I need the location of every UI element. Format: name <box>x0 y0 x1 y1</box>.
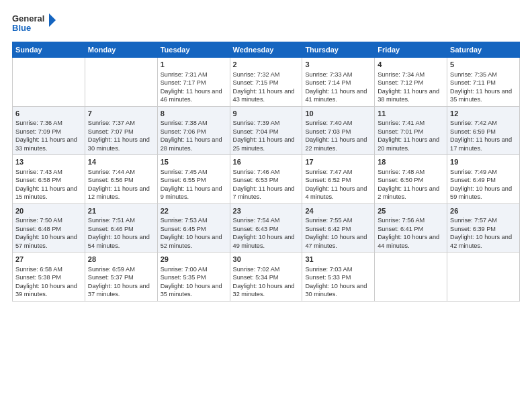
weekday-header-row: SundayMondayTuesdayWednesdayThursdayFrid… <box>13 42 520 58</box>
week-row-3: 13Sunrise: 7:43 AM Sunset: 6:58 PM Dayli… <box>13 155 520 204</box>
day-number: 13 <box>15 157 82 167</box>
calendar-cell: 2Sunrise: 7:32 AM Sunset: 7:15 PM Daylig… <box>230 58 302 107</box>
day-info: Sunrise: 7:32 AM Sunset: 7:15 PM Dayligh… <box>233 71 300 104</box>
day-number: 22 <box>161 206 227 216</box>
day-number: 10 <box>305 109 371 119</box>
day-info: Sunrise: 7:42 AM Sunset: 6:59 PM Dayligh… <box>450 119 517 152</box>
week-row-5: 27Sunrise: 6:58 AM Sunset: 5:38 PM Dayli… <box>13 253 520 302</box>
logo: GeneralBlue <box>12 12 59 35</box>
calendar-cell: 7Sunrise: 7:37 AM Sunset: 7:07 PM Daylig… <box>85 106 157 155</box>
weekday-header-wednesday: Wednesday <box>230 42 302 58</box>
day-number: 28 <box>88 255 154 265</box>
day-info: Sunrise: 7:02 AM Sunset: 5:34 PM Dayligh… <box>233 265 300 299</box>
weekday-header-tuesday: Tuesday <box>157 42 230 58</box>
calendar-cell: 15Sunrise: 7:45 AM Sunset: 6:55 PM Dayli… <box>157 155 230 204</box>
header: GeneralBlue <box>12 12 520 35</box>
calendar-cell: 25Sunrise: 7:56 AM Sunset: 6:41 PM Dayli… <box>375 203 447 253</box>
day-number: 16 <box>233 157 300 167</box>
day-number: 12 <box>450 109 517 119</box>
day-info: Sunrise: 7:53 AM Sunset: 6:45 PM Dayligh… <box>161 216 227 250</box>
calendar-cell: 23Sunrise: 7:54 AM Sunset: 6:43 PM Dayli… <box>230 203 302 253</box>
calendar-cell: 28Sunrise: 6:59 AM Sunset: 5:37 PM Dayli… <box>85 253 157 302</box>
weekday-header-saturday: Saturday <box>447 42 520 58</box>
calendar-cell: 13Sunrise: 7:43 AM Sunset: 6:58 PM Dayli… <box>13 155 85 204</box>
day-number: 20 <box>15 206 82 216</box>
week-row-1: 1Sunrise: 7:31 AM Sunset: 7:17 PM Daylig… <box>13 58 520 107</box>
day-info: Sunrise: 7:35 AM Sunset: 7:11 PM Dayligh… <box>450 71 517 104</box>
day-number: 19 <box>450 157 517 167</box>
day-info: Sunrise: 7:03 AM Sunset: 5:33 PM Dayligh… <box>305 265 371 299</box>
day-info: Sunrise: 7:54 AM Sunset: 6:43 PM Dayligh… <box>233 216 300 250</box>
calendar-cell <box>447 253 520 302</box>
day-number: 6 <box>15 109 82 119</box>
day-number: 24 <box>305 206 371 216</box>
page: GeneralBlue SundayMondayTuesdayWednesday… <box>0 0 532 308</box>
svg-marker-2 <box>49 13 56 27</box>
calendar-cell: 21Sunrise: 7:51 AM Sunset: 6:46 PM Dayli… <box>85 203 157 253</box>
day-info: Sunrise: 7:55 AM Sunset: 6:42 PM Dayligh… <box>305 216 371 250</box>
calendar-cell: 19Sunrise: 7:49 AM Sunset: 6:49 PM Dayli… <box>447 155 520 204</box>
day-info: Sunrise: 7:36 AM Sunset: 7:09 PM Dayligh… <box>15 119 82 152</box>
calendar-cell: 6Sunrise: 7:36 AM Sunset: 7:09 PM Daylig… <box>13 106 85 155</box>
calendar-cell: 4Sunrise: 7:34 AM Sunset: 7:12 PM Daylig… <box>375 58 447 107</box>
day-info: Sunrise: 7:48 AM Sunset: 6:50 PM Dayligh… <box>378 168 444 201</box>
day-info: Sunrise: 7:44 AM Sunset: 6:56 PM Dayligh… <box>88 168 154 201</box>
day-number: 11 <box>378 109 444 119</box>
day-info: Sunrise: 7:49 AM Sunset: 6:49 PM Dayligh… <box>450 168 517 201</box>
day-number: 9 <box>233 109 300 119</box>
calendar: SundayMondayTuesdayWednesdayThursdayFrid… <box>12 42 520 302</box>
day-info: Sunrise: 7:50 AM Sunset: 6:48 PM Dayligh… <box>15 216 82 250</box>
calendar-cell: 24Sunrise: 7:55 AM Sunset: 6:42 PM Dayli… <box>302 203 375 253</box>
calendar-cell: 10Sunrise: 7:40 AM Sunset: 7:03 PM Dayli… <box>302 106 375 155</box>
svg-text:Blue: Blue <box>12 23 31 33</box>
day-number: 27 <box>15 255 82 265</box>
day-info: Sunrise: 7:45 AM Sunset: 6:55 PM Dayligh… <box>161 168 227 201</box>
calendar-cell: 16Sunrise: 7:46 AM Sunset: 6:53 PM Dayli… <box>230 155 302 204</box>
day-info: Sunrise: 7:38 AM Sunset: 7:06 PM Dayligh… <box>161 119 227 152</box>
calendar-cell: 18Sunrise: 7:48 AM Sunset: 6:50 PM Dayli… <box>375 155 447 204</box>
day-info: Sunrise: 7:33 AM Sunset: 7:14 PM Dayligh… <box>305 71 371 104</box>
week-row-2: 6Sunrise: 7:36 AM Sunset: 7:09 PM Daylig… <box>13 106 520 155</box>
weekday-header-sunday: Sunday <box>13 42 85 58</box>
weekday-header-friday: Friday <box>375 42 447 58</box>
day-number: 8 <box>161 109 227 119</box>
day-number: 26 <box>450 206 517 216</box>
weekday-header-thursday: Thursday <box>302 42 375 58</box>
day-info: Sunrise: 7:40 AM Sunset: 7:03 PM Dayligh… <box>305 119 371 152</box>
day-number: 23 <box>233 206 300 216</box>
day-number: 31 <box>305 255 371 265</box>
day-info: Sunrise: 7:56 AM Sunset: 6:41 PM Dayligh… <box>378 216 444 250</box>
calendar-cell <box>85 58 157 107</box>
day-info: Sunrise: 7:46 AM Sunset: 6:53 PM Dayligh… <box>233 168 300 201</box>
day-info: Sunrise: 7:00 AM Sunset: 5:35 PM Dayligh… <box>161 265 227 299</box>
calendar-cell: 22Sunrise: 7:53 AM Sunset: 6:45 PM Dayli… <box>157 203 230 253</box>
calendar-cell: 20Sunrise: 7:50 AM Sunset: 6:48 PM Dayli… <box>13 203 85 253</box>
day-number: 5 <box>450 60 517 70</box>
day-number: 2 <box>233 60 300 70</box>
calendar-cell <box>13 58 85 107</box>
day-info: Sunrise: 7:57 AM Sunset: 6:39 PM Dayligh… <box>450 216 517 250</box>
logo-icon: GeneralBlue <box>12 12 59 35</box>
calendar-cell: 26Sunrise: 7:57 AM Sunset: 6:39 PM Dayli… <box>447 203 520 253</box>
day-number: 7 <box>88 109 154 119</box>
calendar-cell: 1Sunrise: 7:31 AM Sunset: 7:17 PM Daylig… <box>157 58 230 107</box>
day-info: Sunrise: 6:59 AM Sunset: 5:37 PM Dayligh… <box>88 265 154 299</box>
calendar-cell: 17Sunrise: 7:47 AM Sunset: 6:52 PM Dayli… <box>302 155 375 204</box>
calendar-cell: 9Sunrise: 7:39 AM Sunset: 7:04 PM Daylig… <box>230 106 302 155</box>
day-number: 15 <box>161 157 227 167</box>
day-info: Sunrise: 7:37 AM Sunset: 7:07 PM Dayligh… <box>88 119 154 152</box>
svg-text:General: General <box>12 13 44 24</box>
calendar-cell: 3Sunrise: 7:33 AM Sunset: 7:14 PM Daylig… <box>302 58 375 107</box>
day-number: 17 <box>305 157 371 167</box>
calendar-cell: 27Sunrise: 6:58 AM Sunset: 5:38 PM Dayli… <box>13 253 85 302</box>
day-number: 3 <box>305 60 371 70</box>
day-number: 30 <box>233 255 300 265</box>
calendar-cell: 12Sunrise: 7:42 AM Sunset: 6:59 PM Dayli… <box>447 106 520 155</box>
calendar-cell <box>375 253 447 302</box>
day-info: Sunrise: 7:51 AM Sunset: 6:46 PM Dayligh… <box>88 216 154 250</box>
calendar-cell: 14Sunrise: 7:44 AM Sunset: 6:56 PM Dayli… <box>85 155 157 204</box>
week-row-4: 20Sunrise: 7:50 AM Sunset: 6:48 PM Dayli… <box>13 203 520 253</box>
weekday-header-monday: Monday <box>85 42 157 58</box>
day-number: 4 <box>378 60 444 70</box>
day-info: Sunrise: 7:47 AM Sunset: 6:52 PM Dayligh… <box>305 168 371 201</box>
